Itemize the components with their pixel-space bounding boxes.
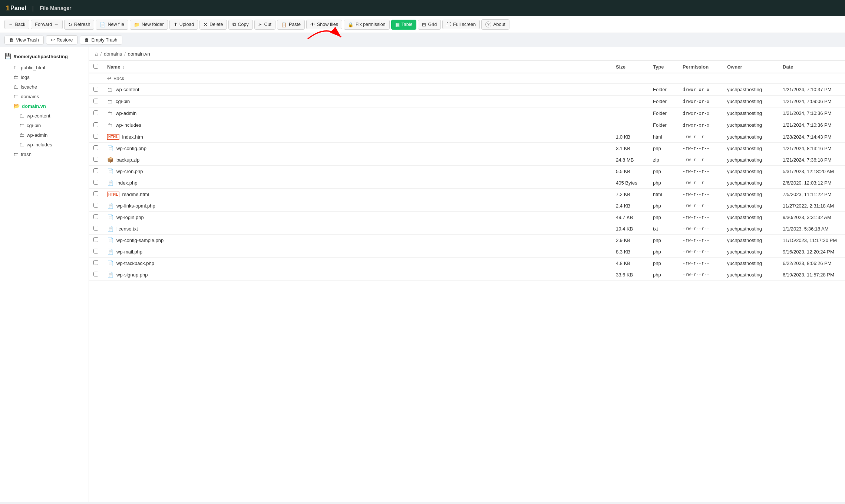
sidebar-item-wp-admin[interactable]: 🗀 wp-admin [0,130,89,140]
file-name[interactable]: cgi-bin [116,99,130,104]
row-checkbox[interactable] [93,203,98,208]
file-name[interactable]: wp-cron.php [116,169,143,174]
row-checkbox[interactable] [93,272,98,276]
view-trash-button[interactable]: 🗑 View Trash [4,36,44,44]
select-all-checkbox[interactable] [93,64,98,69]
row-checkbox[interactable] [93,226,98,231]
table-row[interactable]: HTML readme.html 7.2 KB html -rw-r--r-- … [89,189,845,200]
table-row[interactable]: HTML index.htm 1.0 KB html -rw-r--r-- yu… [89,131,845,143]
refresh-label: Refresh [74,22,90,27]
table-row[interactable]: 📄 license.txt 19.4 KB txt -rw-r--r-- yuc… [89,223,845,235]
column-size[interactable]: Size [611,61,648,73]
breadcrumb-domains[interactable]: domains [104,51,122,57]
app-title: File Manager [40,5,72,11]
file-name[interactable]: index.php [116,180,137,186]
file-name-cell: 🗀 cgi-bin [107,98,607,105]
row-checkbox[interactable] [93,168,98,173]
empty-trash-icon: 🗑 [85,37,89,43]
table-row[interactable]: 🗀 wp-includes Folder drwxr-xr-x yuchpast… [89,119,845,131]
sidebar-item-wp-content[interactable]: 🗀 wp-content [0,111,89,120]
sidebar-item-trash[interactable]: 🗀 trash [0,149,89,159]
row-checkbox[interactable] [93,157,98,162]
file-size: 33.6 KB [611,269,648,281]
row-checkbox[interactable] [93,134,98,139]
table-row[interactable]: 🗀 cgi-bin Folder drwxr-xr-x yuchpasthost… [89,96,845,107]
sidebar-item-public-html[interactable]: 🗀 public_html [0,63,89,72]
sidebar-item-wp-includes[interactable]: 🗀 wp-includes [0,140,89,149]
file-name[interactable]: index.htm [122,134,143,140]
file-size: 49.7 KB [611,212,648,223]
table-row[interactable]: 📄 wp-login.php 49.7 KB php -rw-r--r-- yu… [89,212,845,223]
file-name[interactable]: wp-signup.php [116,272,148,278]
empty-trash-button[interactable]: 🗑 Empty Trash [80,36,122,44]
back-button[interactable]: ← Back [4,20,29,29]
table-row-back[interactable]: ↩ Back [89,73,845,84]
row-checkbox[interactable] [93,145,98,150]
row-checkbox[interactable] [93,110,98,115]
full-screen-button[interactable]: ⛶ Full screen [442,20,480,29]
copy-button[interactable]: ⧉ Copy [228,20,252,30]
table-row[interactable]: 📄 wp-signup.php 33.6 KB php -rw-r--r-- y… [89,269,845,281]
sidebar-item-logs[interactable]: 🗀 logs [0,72,89,82]
file-name[interactable]: wp-config.php [116,146,146,151]
sidebar-item-domains[interactable]: 🗀 domains [0,92,89,101]
forward-button[interactable]: Forward → [31,20,62,29]
file-name[interactable]: wp-mail.php [116,249,142,255]
about-button[interactable]: ? About [481,19,509,30]
sidebar-item-label: lscache [21,84,37,90]
row-checkbox[interactable] [93,260,98,265]
table-row[interactable]: 🗀 wp-admin Folder drwxr-xr-x yuchpasthos… [89,107,845,119]
restore-button[interactable]: ↩ Restore [46,35,78,44]
column-owner[interactable]: Owner [723,61,778,73]
sidebar-item-domain-vn[interactable]: 📂 domain.vn [0,101,89,111]
column-date[interactable]: Date [778,61,845,73]
row-checkbox[interactable] [93,214,98,219]
table-row[interactable]: 📄 wp-config.php 3.1 KB php -rw-r--r-- yu… [89,143,845,154]
row-checkbox[interactable] [93,180,98,185]
file-name[interactable]: wp-trackback.php [116,261,154,266]
row-checkbox[interactable] [93,99,98,103]
table-row[interactable]: 📄 wp-config-sample.php 2.9 KB php -rw-r-… [89,235,845,246]
column-name[interactable]: Name ↕ [103,61,611,73]
table-row[interactable]: 📄 index.php 405 Bytes php -rw-r--r-- yuc… [89,177,845,189]
file-name[interactable]: backup.zip [116,157,139,163]
row-checkbox[interactable] [93,87,98,92]
file-name[interactable]: wp-admin [116,110,136,116]
paste-button[interactable]: 📋 Paste [277,20,305,30]
sidebar-root-path[interactable]: 💾 /home/yuchpasthosting [0,50,89,63]
file-name[interactable]: wp-includes [116,122,141,128]
column-type[interactable]: Type [648,61,678,73]
table-row[interactable]: 📦 backup.zip 24.8 MB zip -rw-r--r-- yuch… [89,154,845,166]
column-permission[interactable]: Permission [678,61,723,73]
table-row[interactable]: 🗀 wp-content Folder drwxr-xr-x yuchpasth… [89,84,845,96]
table-button[interactable]: ▦ Table [391,20,417,30]
file-permission: drwxr-xr-x [678,107,723,119]
file-name[interactable]: wp-config-sample.php [116,238,164,243]
file-name[interactable]: wp-login.php [116,215,144,220]
new-file-button[interactable]: 📄 New file [96,20,128,30]
home-icon[interactable]: ⌂ [95,51,98,57]
file-name[interactable]: wp-content [116,87,139,92]
new-folder-button[interactable]: 📁 New folder [130,20,168,30]
grid-button[interactable]: ⊞ Grid [418,20,441,30]
table-row[interactable]: 📄 wp-trackback.php 4.8 KB php -rw-r--r--… [89,258,845,269]
delete-button[interactable]: ✕ Delete [199,20,227,30]
show-files-button[interactable]: 👁 Show files [306,20,342,29]
row-checkbox[interactable] [93,122,98,127]
refresh-button[interactable]: ↻ Refresh [64,20,95,30]
file-name[interactable]: wp-links-opml.php [116,203,155,209]
sidebar-item-lscache[interactable]: 🗀 lscache [0,82,89,92]
table-row[interactable]: 📄 wp-mail.php 8.3 KB php -rw-r--r-- yuch… [89,246,845,258]
cut-button[interactable]: ✂ Cut [254,20,275,30]
back-nav[interactable]: ↩ Back [107,76,841,81]
file-name[interactable]: readme.html [122,192,149,197]
fix-permission-button[interactable]: 🔒 Fix permission [344,20,390,30]
row-checkbox[interactable] [93,191,98,196]
upload-button[interactable]: ⬆ Upload [169,20,198,30]
file-name[interactable]: license.txt [116,226,138,232]
row-checkbox[interactable] [93,249,98,253]
sidebar-item-cgi-bin[interactable]: 🗀 cgi-bin [0,120,89,130]
table-row[interactable]: 📄 wp-links-opml.php 2.4 KB php -rw-r--r-… [89,200,845,212]
table-row[interactable]: 📄 wp-cron.php 5.5 KB php -rw-r--r-- yuch… [89,166,845,177]
row-checkbox[interactable] [93,237,98,242]
